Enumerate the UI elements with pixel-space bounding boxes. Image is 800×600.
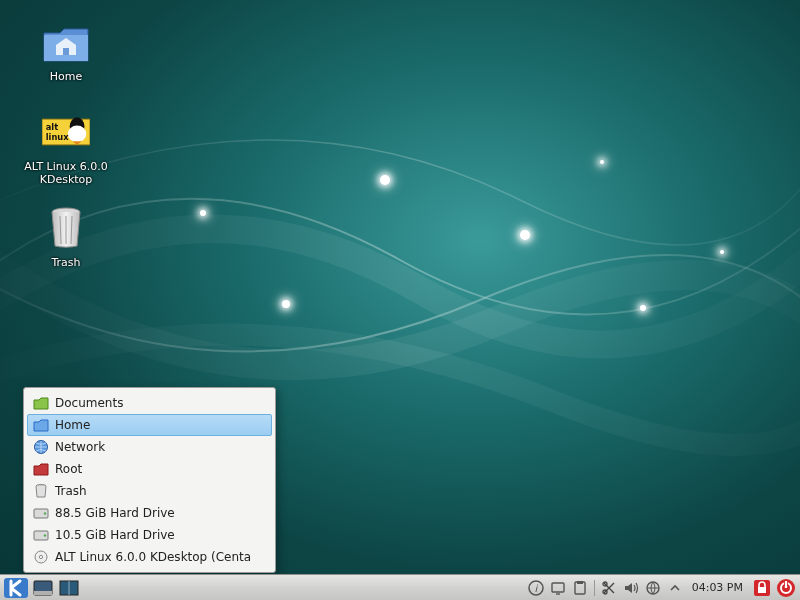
volume-tray-icon[interactable] (622, 579, 640, 597)
svg-text:linux: linux (46, 132, 70, 142)
cd-icon (33, 549, 49, 565)
taskbar: i 04:03 PM (0, 574, 800, 600)
places-item-hdd2[interactable]: 10.5 GiB Hard Drive (27, 524, 272, 546)
folder-red-icon (33, 461, 49, 477)
svg-point-13 (44, 512, 46, 514)
places-item-label: Documents (55, 396, 123, 410)
sparkle (600, 160, 604, 164)
pager-button[interactable] (57, 577, 81, 599)
folder-green-icon (33, 395, 49, 411)
places-item-hdd1[interactable]: 88.5 GiB Hard Drive (27, 502, 272, 524)
sparkle (520, 230, 530, 240)
trash-small-icon (33, 483, 49, 499)
svg-text:alt: alt (46, 122, 58, 132)
svg-text:i: i (534, 583, 538, 594)
desktop-icon-trash[interactable]: Trash (24, 204, 108, 269)
places-item-label: Root (55, 462, 82, 476)
svg-point-15 (44, 534, 46, 536)
home-folder-icon (42, 18, 90, 66)
svg-rect-18 (4, 578, 28, 598)
tray-expand-icon[interactable] (666, 579, 684, 597)
places-item-label: Home (55, 418, 90, 432)
sparkle (640, 305, 646, 311)
sparkle (200, 210, 206, 216)
altlinux-logo-icon: alt linux (42, 108, 90, 156)
folder-blue-icon (33, 417, 49, 433)
places-item-network[interactable]: Network (27, 436, 272, 458)
kmenu-button[interactable] (2, 576, 30, 600)
desktop[interactable]: Home alt linux ALT Linux 6.0.0 KDesktop (0, 0, 800, 600)
places-item-label: Trash (55, 484, 87, 498)
clock-text: 04:03 PM (692, 581, 743, 594)
globe-icon (33, 439, 49, 455)
svg-point-17 (39, 555, 42, 558)
desktop-icon-label: Trash (24, 256, 108, 269)
tray-separator (594, 580, 595, 596)
sparkle (720, 250, 724, 254)
places-item-cd[interactable]: ALT Linux 6.0.0 KDesktop (Centa (27, 546, 272, 568)
svg-rect-20 (34, 591, 52, 595)
svg-rect-28 (577, 581, 583, 584)
trash-icon (42, 204, 90, 252)
hdd-icon (33, 505, 49, 521)
display-tray-icon[interactable] (549, 579, 567, 597)
places-menu: Documents Home Network Root Trash (23, 387, 276, 573)
places-item-label: 88.5 GiB Hard Drive (55, 506, 175, 520)
clock[interactable]: 04:03 PM (686, 581, 749, 594)
sparkle (380, 175, 390, 185)
svg-rect-0 (63, 48, 69, 55)
svg-point-3 (68, 126, 86, 143)
power-button[interactable] (775, 577, 797, 599)
places-item-label: Network (55, 440, 105, 454)
svg-rect-25 (552, 583, 564, 592)
show-desktop-button[interactable] (31, 577, 55, 599)
network-tray-icon[interactable] (644, 579, 662, 597)
clipboard-tray-icon[interactable] (571, 579, 589, 597)
places-item-label: 10.5 GiB Hard Drive (55, 528, 175, 542)
sparkle (282, 300, 290, 308)
desktop-icon-home[interactable]: Home (24, 18, 108, 83)
scissors-tray-icon[interactable] (600, 579, 618, 597)
desktop-icon-label: Home (24, 70, 108, 83)
svg-rect-33 (758, 587, 766, 593)
places-item-home[interactable]: Home (27, 414, 272, 436)
desktop-icon-label: ALT Linux 6.0.0 KDesktop (24, 160, 108, 186)
lock-screen-button[interactable] (751, 577, 773, 599)
places-item-trash[interactable]: Trash (27, 480, 272, 502)
places-item-label: ALT Linux 6.0.0 KDesktop (Centa (55, 550, 251, 564)
hdd-icon (33, 527, 49, 543)
places-item-root[interactable]: Root (27, 458, 272, 480)
desktop-icon-altlinux[interactable]: alt linux ALT Linux 6.0.0 KDesktop (24, 108, 108, 186)
places-item-documents[interactable]: Documents (27, 392, 272, 414)
info-tray-icon[interactable]: i (527, 579, 545, 597)
